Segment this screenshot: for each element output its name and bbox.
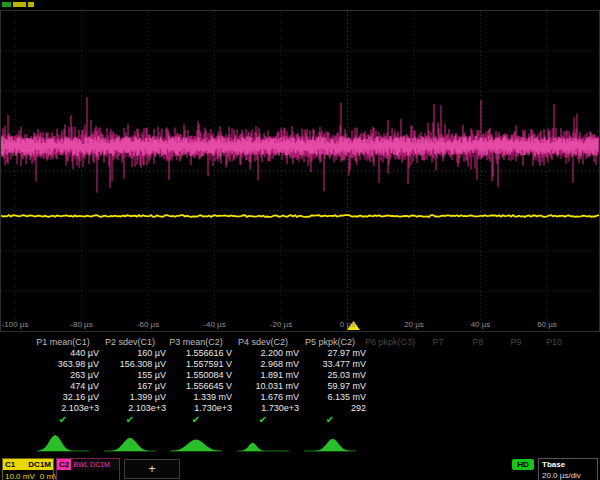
c1-coupling: DC1M [28,460,51,469]
c1-descriptor-body: 10.0 mV 0 mV [3,470,53,480]
time-axis-label: -100 µs [2,320,29,329]
add-trace-button[interactable]: + [124,459,180,479]
c1-descriptor-strip: C1 DC1M [3,459,53,470]
c1-vertical-scale: 10.0 mV [5,472,35,480]
histicon-2[interactable] [102,430,158,454]
histicon-distribution [104,438,156,451]
time-axis-label: -60 µs [137,320,159,329]
time-axis-label: -80 µs [70,320,92,329]
time-axis-label: 20 µs [404,320,424,329]
brand-mark-yellow [13,2,26,7]
histicon-chart [235,430,291,454]
measurement-table: P1 mean(C1)440 µV363.98 µV263 µV474 µV32… [0,336,600,428]
brand-marks [2,2,34,7]
c2-label: C2 [57,459,71,470]
time-axis-label: -20 µs [270,320,292,329]
measure-column-p5: P5 pkpk(C2)27.97 mV33.477 mV25.03 mV59.9… [280,336,380,426]
brand-mark-green [2,2,11,7]
histicon-distribution [37,435,89,451]
c1-waveform[interactable] [1,215,599,217]
measure-value: 27.97 mV [280,348,380,359]
c2-descriptor-strip: C2 BWL DC1M [57,459,119,470]
time-axis-label: 0 µs [340,320,355,329]
histicon-5[interactable] [302,430,358,454]
histicon-distribution [237,442,289,451]
waveform-canvas [1,11,599,331]
measure-column-p10: P10 [504,336,600,348]
histicon-chart [302,430,358,454]
measure-value: 59.97 mV [280,381,380,392]
histicon-distribution [170,440,222,451]
measure-value: 25.03 mV [280,370,380,381]
histicon-1[interactable] [35,430,91,454]
time-axis-label: -40 µs [203,320,225,329]
plot-area[interactable]: -100 µs-80 µs-60 µs-40 µs-20 µs0 µs20 µs… [0,10,600,332]
measure-status-check-icon: ✔ [280,414,380,426]
timebase-scale: 20.0 µs/div [539,470,597,480]
histicon-4[interactable] [235,430,291,454]
c1-label: C1 [5,460,15,469]
measure-value: 6.135 mV [280,392,380,403]
histicon-distribution [304,439,356,451]
timebase-label: Tbase [539,459,597,470]
histicon-chart [102,430,158,454]
hd-mode-chip[interactable]: HD [512,459,534,470]
histicon-chart [35,430,91,454]
time-axis-label: 40 µs [471,320,491,329]
measure-value: 292 [280,403,380,414]
measure-value: 33.477 mV [280,359,380,370]
time-axis-label: 60 µs [537,320,557,329]
measure-header-p10[interactable]: P10 [504,336,600,348]
histicon-3[interactable] [168,430,224,454]
brand-mark-yellow-2 [28,2,34,7]
histicon-chart [168,430,224,454]
channel-descriptor-c2[interactable]: C2 BWL DC1M [56,458,120,480]
timebase-descriptor[interactable]: Tbase 20.0 µs/div [538,458,598,480]
channel-descriptor-c1[interactable]: C1 DC1M 10.0 mV 0 mV [2,458,54,480]
c2-badges: BWL DC1M [71,461,110,468]
histicon-strip [0,430,600,456]
